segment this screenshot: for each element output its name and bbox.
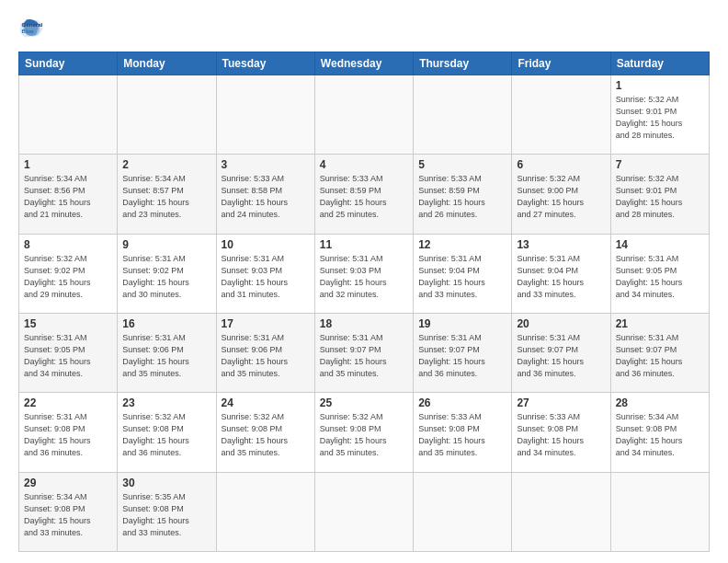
day-info: Sunrise: 5:32 AM Sunset: 9:01 PM Dayligh… bbox=[616, 173, 704, 221]
day-info: Sunrise: 5:31 AM Sunset: 9:04 PM Dayligh… bbox=[517, 253, 605, 301]
calendar-cell: 12Sunrise: 5:31 AM Sunset: 9:04 PM Dayli… bbox=[414, 234, 512, 313]
day-number: 21 bbox=[616, 317, 704, 330]
calendar-cell: 24Sunrise: 5:32 AM Sunset: 9:08 PM Dayli… bbox=[216, 393, 314, 472]
day-number: 14 bbox=[616, 238, 704, 251]
day-info: Sunrise: 5:31 AM Sunset: 9:08 PM Dayligh… bbox=[24, 411, 112, 459]
day-number: 7 bbox=[616, 158, 704, 171]
calendar-day-header: Saturday bbox=[610, 52, 709, 75]
day-info: Sunrise: 5:31 AM Sunset: 9:04 PM Dayligh… bbox=[418, 253, 506, 301]
day-number: 1 bbox=[24, 158, 112, 171]
calendar-day-header: Monday bbox=[118, 52, 216, 75]
calendar-week-row: 15Sunrise: 5:31 AM Sunset: 9:05 PM Dayli… bbox=[19, 313, 710, 392]
day-info: Sunrise: 5:32 AM Sunset: 9:01 PM Dayligh… bbox=[616, 94, 704, 142]
svg-text:General: General bbox=[22, 21, 43, 28]
page: General Blue SundayMondayTuesdayWednesda… bbox=[0, 0, 728, 563]
calendar-cell: 26Sunrise: 5:33 AM Sunset: 9:08 PM Dayli… bbox=[414, 393, 512, 472]
calendar-cell bbox=[118, 75, 216, 155]
day-info: Sunrise: 5:33 AM Sunset: 8:58 PM Dayligh… bbox=[222, 173, 310, 221]
day-number: 5 bbox=[418, 158, 506, 171]
day-number: 9 bbox=[122, 238, 210, 251]
calendar-cell: 15Sunrise: 5:31 AM Sunset: 9:05 PM Dayli… bbox=[19, 313, 118, 392]
calendar-cell bbox=[512, 75, 610, 155]
calendar-cell bbox=[314, 472, 413, 551]
calendar-cell: 30Sunrise: 5:35 AM Sunset: 9:08 PM Dayli… bbox=[118, 472, 216, 551]
calendar-cell: 11Sunrise: 5:31 AM Sunset: 9:03 PM Dayli… bbox=[314, 234, 413, 313]
day-info: Sunrise: 5:31 AM Sunset: 9:02 PM Dayligh… bbox=[122, 253, 210, 301]
day-info: Sunrise: 5:31 AM Sunset: 9:07 PM Dayligh… bbox=[517, 332, 605, 380]
day-number: 15 bbox=[24, 317, 112, 330]
day-number: 25 bbox=[320, 396, 408, 409]
calendar-cell: 7Sunrise: 5:32 AM Sunset: 9:01 PM Daylig… bbox=[610, 155, 709, 234]
calendar-cell: 4Sunrise: 5:33 AM Sunset: 8:59 PM Daylig… bbox=[314, 155, 413, 234]
calendar-header-row: SundayMondayTuesdayWednesdayThursdayFrid… bbox=[19, 52, 710, 75]
day-info: Sunrise: 5:31 AM Sunset: 9:06 PM Dayligh… bbox=[222, 332, 310, 380]
day-info: Sunrise: 5:34 AM Sunset: 9:08 PM Dayligh… bbox=[616, 411, 704, 459]
calendar-cell bbox=[19, 75, 118, 155]
day-number: 13 bbox=[517, 238, 605, 251]
calendar-cell: 17Sunrise: 5:31 AM Sunset: 9:06 PM Dayli… bbox=[216, 313, 314, 392]
calendar-cell: 22Sunrise: 5:31 AM Sunset: 9:08 PM Dayli… bbox=[19, 393, 118, 472]
day-info: Sunrise: 5:32 AM Sunset: 9:02 PM Dayligh… bbox=[24, 253, 112, 301]
day-info: Sunrise: 5:31 AM Sunset: 9:05 PM Dayligh… bbox=[24, 332, 112, 380]
day-number: 16 bbox=[122, 317, 210, 330]
calendar-week-row: 8Sunrise: 5:32 AM Sunset: 9:02 PM Daylig… bbox=[19, 234, 710, 313]
calendar-cell: 19Sunrise: 5:31 AM Sunset: 9:07 PM Dayli… bbox=[414, 313, 512, 392]
calendar-day-header: Friday bbox=[512, 52, 610, 75]
calendar-week-row: 1Sunrise: 5:34 AM Sunset: 8:56 PM Daylig… bbox=[19, 155, 710, 234]
day-info: Sunrise: 5:32 AM Sunset: 9:08 PM Dayligh… bbox=[320, 411, 408, 459]
day-number: 22 bbox=[24, 396, 112, 409]
day-number: 1 bbox=[616, 79, 704, 92]
calendar-week-row: 29Sunrise: 5:34 AM Sunset: 9:08 PM Dayli… bbox=[19, 472, 710, 551]
calendar-cell: 28Sunrise: 5:34 AM Sunset: 9:08 PM Dayli… bbox=[610, 393, 709, 472]
calendar-cell: 20Sunrise: 5:31 AM Sunset: 9:07 PM Dayli… bbox=[512, 313, 610, 392]
day-info: Sunrise: 5:31 AM Sunset: 9:07 PM Dayligh… bbox=[616, 332, 704, 380]
day-number: 19 bbox=[418, 317, 506, 330]
day-number: 24 bbox=[222, 396, 310, 409]
logo-icon: General Blue bbox=[18, 17, 44, 42]
day-number: 29 bbox=[24, 477, 112, 489]
day-info: Sunrise: 5:33 AM Sunset: 9:08 PM Dayligh… bbox=[517, 411, 605, 459]
day-number: 28 bbox=[616, 396, 704, 409]
calendar-cell bbox=[314, 75, 413, 155]
calendar-cell: 13Sunrise: 5:31 AM Sunset: 9:04 PM Dayli… bbox=[512, 234, 610, 313]
day-info: Sunrise: 5:31 AM Sunset: 9:05 PM Dayligh… bbox=[616, 253, 704, 301]
day-info: Sunrise: 5:31 AM Sunset: 9:07 PM Dayligh… bbox=[320, 332, 408, 380]
calendar-cell: 9Sunrise: 5:31 AM Sunset: 9:02 PM Daylig… bbox=[118, 234, 216, 313]
day-info: Sunrise: 5:33 AM Sunset: 8:59 PM Dayligh… bbox=[320, 173, 408, 221]
day-number: 10 bbox=[222, 238, 310, 251]
day-number: 11 bbox=[320, 238, 408, 251]
calendar-cell: 8Sunrise: 5:32 AM Sunset: 9:02 PM Daylig… bbox=[19, 234, 118, 313]
calendar-cell: 6Sunrise: 5:32 AM Sunset: 9:00 PM Daylig… bbox=[512, 155, 610, 234]
day-info: Sunrise: 5:31 AM Sunset: 9:03 PM Dayligh… bbox=[320, 253, 408, 301]
day-number: 23 bbox=[122, 396, 210, 409]
calendar-day-header: Tuesday bbox=[216, 52, 314, 75]
calendar-week-row: 1Sunrise: 5:32 AM Sunset: 9:01 PM Daylig… bbox=[19, 75, 710, 155]
calendar-week-row: 22Sunrise: 5:31 AM Sunset: 9:08 PM Dayli… bbox=[19, 393, 710, 472]
calendar-body: 1Sunrise: 5:32 AM Sunset: 9:01 PM Daylig… bbox=[19, 75, 710, 552]
logo: General Blue bbox=[18, 17, 48, 42]
day-number: 3 bbox=[222, 158, 310, 171]
calendar-cell: 14Sunrise: 5:31 AM Sunset: 9:05 PM Dayli… bbox=[610, 234, 709, 313]
header: General Blue bbox=[18, 17, 710, 42]
calendar-day-header: Wednesday bbox=[314, 52, 413, 75]
day-number: 12 bbox=[418, 238, 506, 251]
calendar-cell bbox=[414, 472, 512, 551]
day-info: Sunrise: 5:32 AM Sunset: 9:08 PM Dayligh… bbox=[222, 411, 310, 459]
day-info: Sunrise: 5:34 AM Sunset: 9:08 PM Dayligh… bbox=[24, 491, 112, 539]
day-info: Sunrise: 5:33 AM Sunset: 9:08 PM Dayligh… bbox=[418, 411, 506, 459]
calendar-table: SundayMondayTuesdayWednesdayThursdayFrid… bbox=[18, 52, 710, 552]
calendar-cell: 3Sunrise: 5:33 AM Sunset: 8:58 PM Daylig… bbox=[216, 155, 314, 234]
day-info: Sunrise: 5:34 AM Sunset: 8:57 PM Dayligh… bbox=[122, 173, 210, 221]
calendar-cell bbox=[512, 472, 610, 551]
day-info: Sunrise: 5:31 AM Sunset: 9:06 PM Dayligh… bbox=[122, 332, 210, 380]
calendar-cell: 2Sunrise: 5:34 AM Sunset: 8:57 PM Daylig… bbox=[118, 155, 216, 234]
day-number: 8 bbox=[24, 238, 112, 251]
day-info: Sunrise: 5:35 AM Sunset: 9:08 PM Dayligh… bbox=[122, 491, 210, 539]
day-number: 27 bbox=[517, 396, 605, 409]
calendar-cell bbox=[216, 75, 314, 155]
calendar-cell: 23Sunrise: 5:32 AM Sunset: 9:08 PM Dayli… bbox=[118, 393, 216, 472]
day-info: Sunrise: 5:33 AM Sunset: 8:59 PM Dayligh… bbox=[418, 173, 506, 221]
calendar-cell: 10Sunrise: 5:31 AM Sunset: 9:03 PM Dayli… bbox=[216, 234, 314, 313]
calendar-cell bbox=[216, 472, 314, 551]
calendar-cell bbox=[414, 75, 512, 155]
